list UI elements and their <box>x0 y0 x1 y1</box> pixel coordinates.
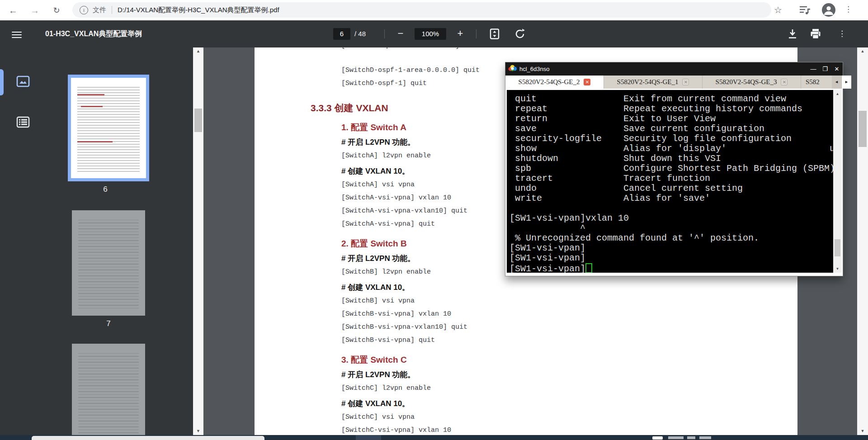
code-line: [SwitchB-vsi-vpna] vxlan 10 <box>341 308 752 321</box>
taskbar-segment <box>356 435 381 440</box>
rotate-icon[interactable] <box>514 28 526 42</box>
scroll-down-icon[interactable]: ▼ <box>857 427 868 435</box>
code-line: [SwitchC] l2vpn enable <box>341 382 752 395</box>
bookmark-star-icon[interactable]: ☆ <box>774 5 782 15</box>
terminal-window-title: hcl_6d3nso <box>519 66 807 72</box>
terminal-cursor <box>585 263 592 273</box>
active-panel-indicator <box>0 69 4 95</box>
forward-icon[interactable]: → <box>28 4 42 17</box>
terminal-titlebar[interactable]: hcl_6d3nso — ❐ ✕ <box>505 62 843 76</box>
thumbnail-texture <box>78 351 139 435</box>
zoom-in-button[interactable]: + <box>452 26 468 42</box>
document-title: 01-H3C_VXLAN典型配置举例 <box>45 29 142 39</box>
maximize-icon[interactable]: ❐ <box>819 66 831 72</box>
outline-view-icon[interactable] <box>16 116 30 128</box>
browser-top-bar: ← → ↻ i 文件 D:/14-VXLAN配置举例-H3C_VXLAN典型配置… <box>0 0 868 20</box>
main-scrollbar[interactable]: ▲ ▼ <box>857 47 868 435</box>
thumbnail-texture <box>81 106 103 107</box>
browser-menu-icon[interactable]: ⋮ <box>844 5 852 14</box>
code-line: [SwitchB] vsi vpna <box>341 294 752 308</box>
page-total-label: / 48 <box>354 30 366 38</box>
address-bar[interactable]: i 文件 D:/14-VXLAN配置举例-H3C_VXLAN典型配置举例.pdf <box>72 2 771 18</box>
terminal-scrollbar[interactable]: ▲ ▼ <box>833 90 842 273</box>
address-url[interactable]: D:/14-VXLAN配置举例-H3C_VXLAN典型配置举例.pdf <box>118 6 279 14</box>
tab-close-icon[interactable]: ✕ <box>682 79 689 85</box>
scroll-up-icon[interactable]: ▲ <box>857 47 868 55</box>
tab-label: S582 <box>806 78 820 86</box>
thumbnail-view-icon[interactable] <box>16 76 30 87</box>
tab-label: S5820V2-54QS-GE_3 <box>716 78 777 86</box>
address-separator <box>112 6 112 14</box>
taskbar-window-segment[interactable] <box>32 436 264 440</box>
step-heading: # 创建 VXLAN 10。 <box>341 398 752 409</box>
step-heading: # 创建 VXLAN 10。 <box>341 282 752 293</box>
toolbar-divider <box>384 29 385 38</box>
back-icon[interactable]: ← <box>6 4 20 17</box>
tab-close-icon[interactable]: ✕ <box>781 79 788 85</box>
tab-strip: S5820V2-54QS-GE_2✕S5820V2-54QS-GE_1✕S582… <box>505 76 832 89</box>
step-heading: # 开启 L2VPN 功能。 <box>341 369 752 380</box>
print-icon[interactable] <box>809 28 822 42</box>
taskbar[interactable] <box>0 435 868 440</box>
reload-icon[interactable]: ↻ <box>50 4 63 17</box>
tab-scroll-left-icon[interactable]: ◄ <box>832 76 841 89</box>
tab-scroll-right-icon[interactable]: ► <box>841 76 851 89</box>
sidebar-scrollbar-thumb[interactable] <box>194 109 202 132</box>
code-line: [SwitchC-vsi-vpna] vxlan 10 <box>341 424 752 435</box>
terminal-tab-S582[interactable]: S582 <box>801 76 832 89</box>
zoom-level-input[interactable]: 100% <box>415 28 446 40</box>
scroll-down-icon[interactable]: ▼ <box>833 265 842 273</box>
thumbnail-texture <box>77 141 113 142</box>
tab-label: S5820V2-54QS-GE_2 <box>519 78 580 86</box>
taskbar-text-mark <box>687 436 695 439</box>
numbered-heading: 3. 配置 Switch C <box>341 354 752 366</box>
hcl-cloud-icon <box>508 65 517 73</box>
fit-page-icon[interactable] <box>488 28 501 42</box>
taskbar-text-mark <box>668 436 684 439</box>
clipped-code-line: [SwitchD-ospf-1-area-0.0.0.0] network 3.… <box>341 47 557 52</box>
page-number-input[interactable]: 6 <box>333 28 350 40</box>
address-scheme-label: 文件 <box>93 6 106 14</box>
thumbnail-texture <box>77 85 140 172</box>
thumbnail-page-label: 7 <box>68 319 149 328</box>
scroll-up-icon[interactable]: ▲ <box>193 47 203 55</box>
terminal-tabbar: S5820V2-54QS-GE_2✕S5820V2-54QS-GE_1✕S582… <box>505 76 843 90</box>
scroll-down-icon[interactable]: ▼ <box>193 427 203 435</box>
terminal-output: quit Exit from current command view repe… <box>507 90 833 273</box>
profile-avatar[interactable] <box>822 3 835 17</box>
terminal-window: hcl_6d3nso — ❐ ✕ S5820V2-54QS-GE_2✕S5820… <box>505 62 843 276</box>
terminal-scrollbar-thumb[interactable] <box>835 239 840 256</box>
thumbnail-page-7[interactable] <box>72 210 145 316</box>
terminal-tab-S5820V2-54QS-GE_2[interactable]: S5820V2-54QS-GE_2✕ <box>505 76 604 89</box>
close-icon[interactable]: ✕ <box>831 66 843 72</box>
code-line: [SwitchC] vsi vpna <box>341 411 752 424</box>
thumbnail-page-label: 6 <box>65 185 146 194</box>
terminal-console[interactable]: quit Exit from current command view repe… <box>507 90 833 273</box>
pdf-more-options-icon[interactable]: ⋮ <box>838 29 846 38</box>
main-scrollbar-thumb[interactable] <box>859 111 867 147</box>
menu-hamburger-icon[interactable] <box>12 30 22 38</box>
code-line: [SwitchB-vsi-vpna-vxlan10] quit <box>341 321 752 334</box>
info-icon[interactable]: i <box>80 6 88 14</box>
taskbar-text-mark <box>699 436 711 439</box>
zoom-out-button[interactable]: − <box>392 26 409 42</box>
tab-label: S5820V2-54QS-GE_1 <box>617 78 679 86</box>
thumbnail-texture <box>78 218 139 309</box>
sidebar-scrollbar[interactable]: ▲ ▼ <box>193 47 203 435</box>
code-line: [SwitchB-vsi-vpna] quit <box>341 334 752 347</box>
thumbnail-sidebar: 67 ▲ ▼ <box>0 47 203 435</box>
taskbar-app-icon[interactable] <box>652 436 663 440</box>
scroll-up-icon[interactable]: ▲ <box>833 90 842 98</box>
screen: ← → ↻ i 文件 D:/14-VXLAN配置举例-H3C_VXLAN典型配置… <box>0 0 868 440</box>
thumbnail-texture <box>77 94 104 95</box>
minimize-icon[interactable]: — <box>807 66 819 72</box>
terminal-tab-S5820V2-54QS-GE_3[interactable]: S5820V2-54QS-GE_3✕ <box>703 76 801 89</box>
pdf-toolbar: 01-H3C_VXLAN典型配置举例 6 / 48 − 100% + <box>0 20 868 47</box>
toolbar-divider <box>476 29 476 38</box>
thumbnail-page-8[interactable] <box>72 344 145 435</box>
tab-close-icon[interactable]: ✕ <box>584 79 590 85</box>
terminal-tab-S5820V2-54QS-GE_1[interactable]: S5820V2-54QS-GE_1✕ <box>604 76 703 89</box>
thumbnail-page-6[interactable] <box>68 75 149 181</box>
media-controls-icon[interactable] <box>799 5 811 15</box>
download-icon[interactable] <box>787 28 798 42</box>
